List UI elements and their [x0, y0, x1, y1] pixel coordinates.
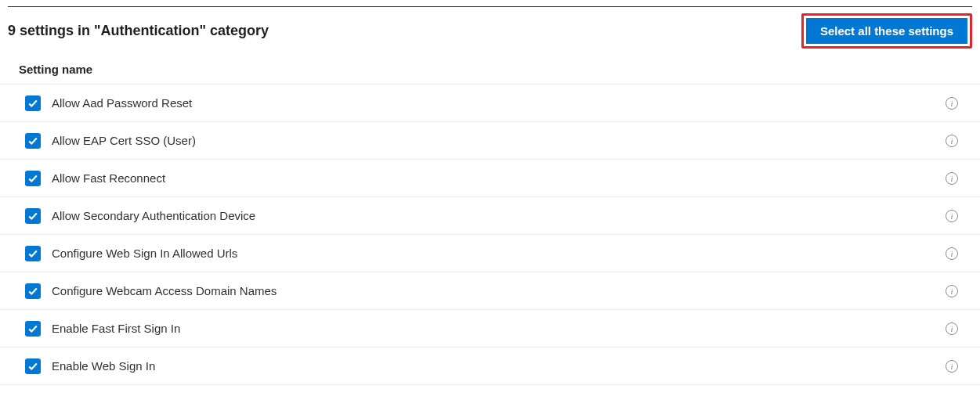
header-row: 9 settings in "Authentication" category … — [0, 7, 980, 56]
setting-label: Allow Aad Password Reset — [52, 96, 946, 110]
info-icon[interactable]: i — [946, 247, 958, 260]
setting-checkbox[interactable] — [25, 246, 41, 261]
info-icon[interactable]: i — [946, 210, 958, 222]
select-all-button[interactable]: Select all these settings — [806, 18, 967, 44]
check-icon — [27, 211, 38, 222]
setting-row[interactable]: Allow Aad Password Reset i — [0, 85, 980, 122]
setting-row[interactable]: Allow Secondary Authentication Device i — [0, 197, 980, 235]
info-icon[interactable]: i — [946, 360, 958, 373]
setting-label: Allow EAP Cert SSO (User) — [52, 134, 946, 147]
setting-label: Enable Fast First Sign In — [52, 322, 946, 335]
check-icon — [27, 173, 38, 184]
setting-checkbox[interactable] — [25, 283, 41, 299]
settings-scroll-area[interactable]: Allow Aad Password Reset i Allow EAP Cer… — [0, 85, 980, 401]
setting-checkbox[interactable] — [25, 208, 41, 224]
setting-row[interactable]: Enable Web Sign In i — [0, 348, 980, 385]
setting-label: Enable Web Sign In — [52, 359, 946, 373]
setting-label: Configure Webcam Access Domain Names — [52, 284, 946, 297]
check-icon — [27, 248, 38, 259]
check-icon — [27, 98, 38, 109]
column-header-setting-name: Setting name — [0, 56, 980, 84]
setting-checkbox[interactable] — [25, 321, 41, 337]
setting-label: Allow Secondary Authentication Device — [52, 209, 946, 222]
scroll-spacer — [0, 385, 980, 401]
settings-list-container: Allow Aad Password Reset i Allow EAP Cer… — [0, 84, 980, 401]
setting-row[interactable]: Allow EAP Cert SSO (User) i — [0, 122, 980, 160]
setting-checkbox[interactable] — [25, 171, 41, 186]
info-icon[interactable]: i — [946, 135, 958, 147]
setting-label: Allow Fast Reconnect — [52, 171, 946, 185]
info-icon[interactable]: i — [946, 285, 958, 297]
info-icon[interactable]: i — [946, 322, 958, 335]
category-heading: 9 settings in "Authentication" category — [8, 23, 269, 39]
setting-checkbox[interactable] — [25, 133, 41, 149]
setting-row[interactable]: Enable Fast First Sign In i — [0, 310, 980, 348]
check-icon — [27, 361, 38, 372]
setting-row[interactable]: Configure Web Sign In Allowed Urls i — [0, 235, 980, 272]
check-icon — [27, 323, 38, 334]
setting-checkbox[interactable] — [25, 358, 41, 374]
setting-checkbox[interactable] — [25, 95, 41, 111]
setting-row[interactable]: Allow Fast Reconnect i — [0, 160, 980, 197]
check-icon — [27, 286, 38, 297]
info-icon[interactable]: i — [946, 172, 958, 185]
setting-label: Configure Web Sign In Allowed Urls — [52, 247, 946, 260]
setting-row[interactable]: Configure Webcam Access Domain Names i — [0, 272, 980, 310]
check-icon — [27, 135, 38, 146]
select-all-highlight: Select all these settings — [801, 13, 972, 49]
info-icon[interactable]: i — [946, 97, 958, 110]
